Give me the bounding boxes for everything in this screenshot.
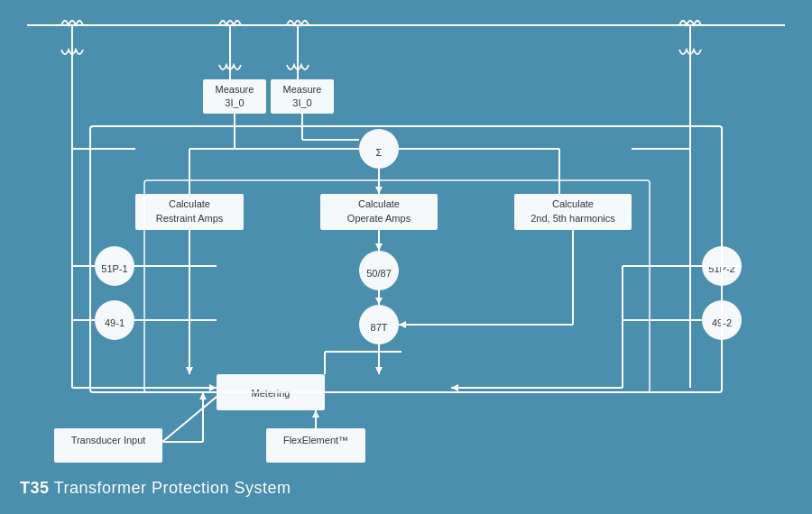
svg-marker-52 (399, 321, 406, 328)
svg-rect-65 (54, 428, 162, 463)
circle-49-1: 49-1 (105, 317, 125, 328)
flex-label: FlexElement™ (283, 435, 348, 445)
svg-marker-54 (375, 367, 383, 374)
measure-right-label: Measure (283, 84, 322, 95)
svg-marker-69 (199, 392, 207, 399)
svg-rect-45 (90, 126, 722, 392)
transducer-label: Transducer Input (71, 435, 146, 445)
svg-marker-18 (375, 187, 383, 194)
circle-51p1: 51P-1 (101, 263, 127, 274)
svg-line-66 (162, 397, 217, 442)
schematic-svg: Measure 3I_0 Measure 3I_0 Σ Calculate Re… (0, 0, 812, 514)
measure-left-label: Measure (216, 84, 254, 95)
svg-marker-63 (209, 384, 217, 391)
page-title: T35 Transformer Protection System (20, 479, 291, 498)
calc-restraint-label: Calculate (169, 198, 210, 209)
svg-marker-49 (186, 367, 193, 374)
measure-left-sublabel: 3I_0 (225, 97, 244, 108)
calc-harmonics-sublabel: 2nd, 5th harmonics (531, 213, 615, 224)
svg-marker-72 (312, 410, 319, 418)
title-model: T35 (20, 479, 50, 497)
diagram-container: Measure 3I_0 Measure 3I_0 Σ Calculate Re… (0, 0, 812, 514)
svg-marker-32 (375, 243, 383, 251)
calc-restraint-sublabel: Restraint Amps (156, 213, 224, 224)
svg-rect-70 (266, 428, 365, 463)
svg-marker-61 (451, 384, 458, 391)
calc-harmonics-label: Calculate (552, 198, 594, 209)
measure-right-sublabel: 3I_0 (292, 97, 311, 108)
circle-5087: 50/87 (366, 268, 392, 279)
title-description: Transformer Protection System (50, 479, 291, 497)
calc-operate-sublabel: Operate Amps (347, 213, 411, 224)
sigma-symbol: Σ (376, 147, 383, 158)
metering-label: Metering (252, 388, 291, 399)
calc-operate-label: Calculate (358, 198, 400, 209)
circle-87t: 87T (371, 322, 388, 333)
svg-marker-35 (375, 298, 383, 305)
